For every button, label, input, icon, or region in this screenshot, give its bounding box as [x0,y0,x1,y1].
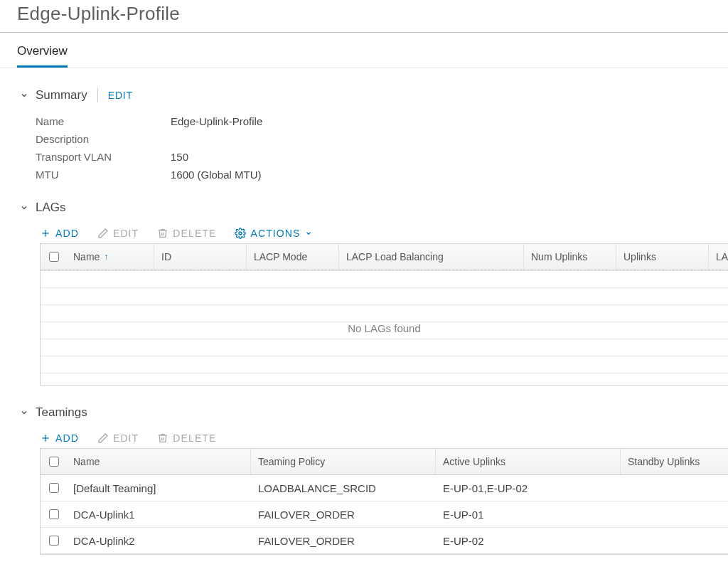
lags-col-last[interactable]: LA [709,244,728,270]
table-row[interactable]: DCA-Uplink2FAILOVER_ORDERE-UP-02 [41,528,728,554]
teamings-edit-button: EDIT [97,432,139,444]
lags-col-id[interactable]: ID [154,244,247,270]
teamings-toolbar: ADD EDIT DELETE [40,432,728,444]
lags-col-uplinks[interactable]: Uplinks [616,244,709,270]
summary-section: Summary EDIT Name Edge-Uplink-Profile De… [17,88,728,181]
tab-bar: Overview [0,40,728,68]
cell-name: [Default Teaming] [66,475,251,501]
cell-active: E-UP-01,E-UP-02 [436,475,621,501]
cell-policy: FAILOVER_ORDER [251,501,436,527]
row-checkbox[interactable] [49,509,59,519]
trash-icon [157,432,168,444]
title-divider [0,32,728,33]
pencil-icon [97,228,109,239]
lags-edit-label: EDIT [113,228,139,239]
summary-description-label: Description [36,133,171,145]
teamings-edit-label: EDIT [113,432,139,444]
teamings-grid-body: [Default Teaming]LOADBALANCE_SRCIDE-UP-0… [41,475,728,554]
tab-overview[interactable]: Overview [17,40,68,68]
lags-add-label: ADD [55,228,79,239]
lags-section: LAGs ADD EDIT DELETE [17,201,728,386]
chevron-down-icon[interactable] [17,91,31,100]
row-checkbox[interactable] [49,483,59,493]
chevron-down-icon[interactable] [17,408,31,417]
svg-point-2 [239,232,242,235]
plus-icon [40,432,51,444]
summary-mtu-label: MTU [36,169,171,181]
summary-tvlan-label: Transport VLAN [36,151,171,163]
teamings-col-active[interactable]: Active Uplinks [436,449,621,474]
teamings-grid: Name Teaming Policy Active Uplinks Stand… [40,448,728,555]
summary-name-label: Name [36,115,171,127]
trash-icon [157,228,168,239]
lags-col-lacp-lb[interactable]: LACP Load Balancing [339,244,524,270]
teamings-add-label: ADD [55,432,79,444]
lags-add-button[interactable]: ADD [40,228,79,239]
teamings-delete-label: DELETE [173,432,216,444]
teamings-col-policy[interactable]: Teaming Policy [251,449,436,474]
lags-select-all-checkbox[interactable] [49,252,59,262]
cell-policy: LOADBALANCE_SRCID [251,475,436,501]
lags-actions-button[interactable]: ACTIONS [235,228,311,239]
lags-col-lacp-mode[interactable]: LACP Mode [247,244,339,270]
gear-icon [235,228,246,239]
page-title: Edge-Uplink-Profile [17,3,728,25]
cell-name: DCA-Uplink2 [66,528,251,553]
table-row[interactable]: [Default Teaming]LOADBALANCE_SRCIDE-UP-0… [41,475,728,501]
plus-icon [40,228,51,239]
teamings-heading: Teamings [36,405,87,420]
teamings-select-all-checkbox[interactable] [49,457,59,467]
summary-tvlan-value: 150 [171,151,188,163]
cell-policy: FAILOVER_ORDER [251,528,436,553]
column-label: Name [73,251,100,262]
lags-empty-message: No LAGs found [41,270,728,385]
lags-delete-button: DELETE [157,228,216,239]
row-checkbox[interactable] [49,536,59,546]
sort-asc-icon: ↑ [104,252,108,262]
lags-grid-header: Name ↑ ID LACP Mode LACP Load Balancing … [41,244,728,270]
teamings-section: Teamings ADD EDIT DELETE [17,405,728,555]
lags-grid: Name ↑ ID LACP Mode LACP Load Balancing … [40,243,728,386]
cell-standby [621,501,728,527]
summary-name-value: Edge-Uplink-Profile [171,115,262,127]
summary-mtu-value: 1600 (Global MTU) [171,169,262,181]
teamings-delete-button: DELETE [157,432,216,444]
lags-actions-label: ACTIONS [250,228,300,239]
lags-delete-label: DELETE [173,228,216,239]
divider [97,88,98,102]
pencil-icon [97,432,109,444]
teamings-col-standby[interactable]: Standby Uplinks [621,449,728,474]
summary-heading: Summary [36,88,87,102]
summary-edit-button[interactable]: EDIT [108,90,133,101]
cell-active: E-UP-01 [436,501,621,527]
chevron-down-icon[interactable] [17,203,31,212]
table-row[interactable]: DCA-Uplink1FAILOVER_ORDERE-UP-01 [41,501,728,528]
cell-standby [621,528,728,553]
lags-edit-button: EDIT [97,228,139,239]
cell-standby [621,475,728,501]
cell-name: DCA-Uplink1 [66,501,251,527]
teamings-grid-header: Name Teaming Policy Active Uplinks Stand… [41,449,728,475]
lags-col-num-uplinks[interactable]: Num Uplinks [524,244,616,270]
chevron-down-icon [305,228,312,239]
lags-col-name[interactable]: Name ↑ [66,244,154,270]
lags-heading: LAGs [36,201,66,215]
lags-toolbar: ADD EDIT DELETE ACTIONS [40,228,728,239]
cell-active: E-UP-02 [436,528,621,553]
teamings-add-button[interactable]: ADD [40,432,79,444]
teamings-col-name[interactable]: Name [66,449,251,474]
